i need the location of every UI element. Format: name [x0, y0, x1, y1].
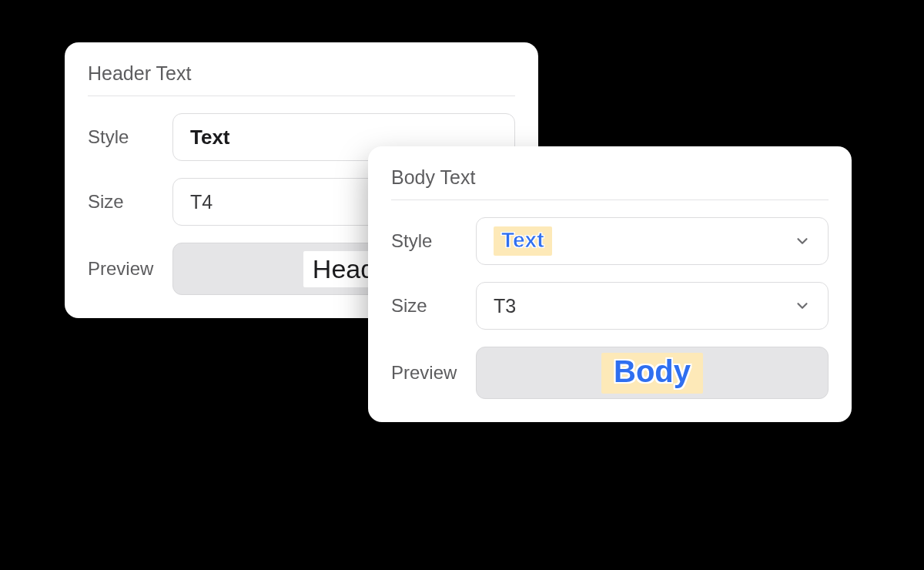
size-select-value: T4: [190, 191, 213, 213]
preview-label: Preview: [88, 258, 172, 280]
size-label: Size: [88, 191, 172, 213]
card-title: Body Text: [391, 166, 829, 200]
size-row: Size T3: [391, 282, 829, 330]
preview-box: Body: [476, 347, 829, 399]
chevron-down-icon: [794, 297, 811, 314]
style-row: Style Text: [391, 217, 829, 265]
divider: [88, 96, 515, 96]
card-title: Header Text: [88, 62, 515, 96]
preview-text: Body: [601, 353, 703, 394]
preview-label: Preview: [391, 362, 476, 384]
divider: [391, 200, 829, 200]
style-label: Style: [391, 230, 476, 252]
body-text-card: Body Text Style Text Size T3 Preview Bod…: [368, 146, 852, 422]
style-label: Style: [88, 126, 172, 148]
size-label: Size: [391, 295, 476, 317]
style-select-value: Text: [494, 226, 552, 256]
size-select-value: T3: [494, 295, 516, 317]
style-select[interactable]: Text: [476, 217, 829, 265]
size-select[interactable]: T3: [476, 282, 829, 330]
chevron-down-icon: [794, 233, 811, 250]
preview-row: Preview Body: [391, 347, 829, 399]
style-select-value: Text: [190, 126, 230, 149]
